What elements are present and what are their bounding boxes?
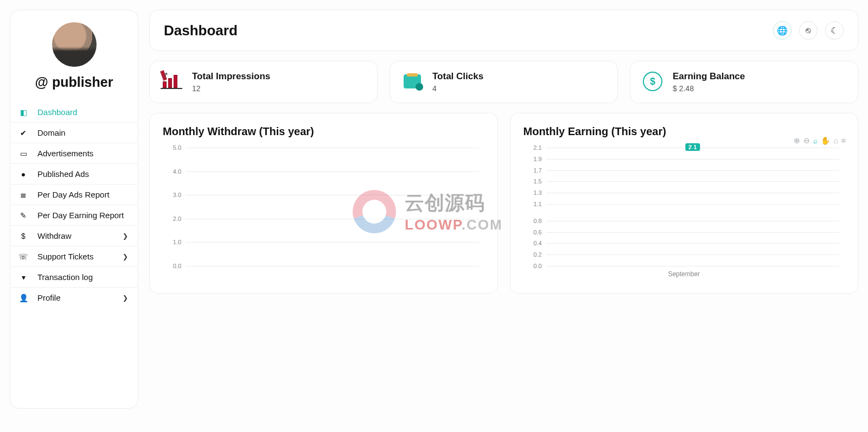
check-circle-icon: ✔ [18,129,29,137]
y-tick: 4.0 [163,168,183,175]
gridline [546,159,840,160]
sidebar: @ publisher ◧ Dashboard ✔ Domain ▭ Adver… [10,10,138,409]
page-header: Dashboard 🌐 ⎋ ☾ [149,10,858,51]
gridline [546,255,840,255]
logout-button[interactable]: ⎋ [799,21,818,40]
zoom-in-icon[interactable]: ⊕ [794,136,800,145]
chevron-right-icon: ❯ [123,253,128,261]
pan-icon[interactable]: ✋ [821,136,830,145]
list-icon: ≣ [18,190,29,199]
signature-icon: ✎ [18,211,29,220]
y-tick: 2.0 [163,215,183,222]
y-tick: 1.5 [524,178,544,185]
sidebar-item-label: Profile [37,293,114,302]
selection-zoom-icon[interactable]: ⌕ [813,136,818,145]
gridline [186,219,479,219]
chart-plot: 0.01.02.03.04.05.0 [186,148,479,266]
sidebar-item-withdraw[interactable]: $ Withdraw ❯ [10,226,138,246]
stat-value: $ 2.48 [673,84,745,93]
sidebar-item-label: Published Ads [37,169,128,179]
zoom-out-icon[interactable]: ⊖ [803,136,810,145]
sidebar-item-advertisements[interactable]: ▭ Advertisements [10,143,138,164]
circle-a-icon: ● [18,170,29,179]
chart-monthly-earning: Monthly Earning (This year) ⊕ ⊖ ⌕ ✋ ⌂ ≡ … [510,113,859,294]
profile-block: @ publisher [10,19,138,90]
sidebar-item-label: Per Day Earning Report [37,211,128,220]
language-button[interactable]: 🌐 [773,21,792,40]
gridline [186,266,479,266]
y-tick: 1.1 [524,201,544,207]
stat-value: 4 [432,84,483,93]
headset-icon: ☏ [18,252,29,261]
y-tick: 0.4 [524,240,544,246]
chevron-right-icon: ❯ [123,232,128,240]
x-axis-label: September [524,270,845,278]
gridline [186,242,479,243]
sidebar-item-transaction-log[interactable]: ▾ Transaction log [10,267,138,288]
y-tick: 0.6 [524,229,544,236]
gridline [546,193,840,193]
sidebar-item-label: Per Day Ads Report [37,190,128,199]
exit-icon: ⎋ [806,26,811,35]
reset-icon[interactable]: ⌂ [833,136,838,145]
stat-title: Total Impressions [192,71,270,82]
ad-icon: ▭ [18,149,29,158]
y-tick: 1.7 [524,167,544,174]
y-tick: 1.3 [524,189,544,196]
gridline [546,266,840,266]
main: Dashboard 🌐 ⎋ ☾ ↗ Total Impressions [149,10,858,409]
gridline [546,221,840,221]
gridline [186,171,479,172]
sidebar-item-support-tickets[interactable]: ☏ Support Tickets ❯ [10,246,138,267]
y-tick: 0.0 [163,263,183,269]
menu-icon[interactable]: ≡ [841,136,846,145]
stat-card-balance: $ Earning Balance $ 2.48 [630,61,858,103]
chart-toolbar: ⊕ ⊖ ⌕ ✋ ⌂ ≡ [794,136,846,145]
y-tick: 1.9 [524,156,544,162]
y-tick: 3.0 [163,192,183,198]
sidebar-item-published-ads[interactable]: ● Published Ads [10,164,138,185]
y-tick: 0.2 [524,251,544,258]
gridline [546,232,840,233]
sidebar-item-label: Support Tickets [37,252,114,261]
bar-chart-icon: ↗ [162,71,182,92]
y-tick: 0.8 [524,218,544,224]
sidebar-item-profile[interactable]: 👤 Profile ❯ [10,288,138,308]
username: @ publisher [35,74,113,90]
sidebar-item-label: Domain [37,128,128,137]
sidebar-item-label: Dashboard [37,107,128,117]
avatar[interactable] [52,22,97,67]
sidebar-item-label: Withdraw [37,231,114,240]
header-actions: 🌐 ⎋ ☾ [773,21,844,40]
y-tick: 5.0 [163,144,183,151]
dollar-icon: $ [18,232,29,240]
sidebar-item-domain[interactable]: ✔ Domain [10,123,138,143]
chart-plot: 0.00.20.40.60.81.11.31.51.71.92.1 2.1 [546,148,840,266]
theme-toggle-button[interactable]: ☾ [825,21,844,40]
sidebar-item-label: Advertisements [37,149,128,158]
sidebar-item-label: Transaction log [37,272,128,282]
gridline [546,181,840,182]
gridline [186,195,479,195]
stat-value: 12 [192,84,270,93]
chart-monthly-withdraw: Monthly Withdraw (This year) 0.01.02.03.… [149,113,498,294]
globe-icon: 🌐 [777,26,788,36]
moon-icon: ☾ [831,26,838,36]
gridline [546,170,840,171]
chevron-right-icon: ❯ [123,294,128,302]
dashboard-icon: ◧ [18,108,29,117]
sidebar-item-per-day-earning[interactable]: ✎ Per Day Earning Report [10,205,138,226]
gridline [546,204,840,205]
stat-title: Total Clicks [432,71,483,82]
stat-title: Earning Balance [673,71,745,82]
y-tick: 2.1 [524,144,544,151]
gridline [186,148,479,148]
dollar-circle-icon: $ [642,71,663,92]
gridline [546,243,840,244]
stat-card-clicks: Total Clicks 4 [390,61,618,103]
charts-row: Monthly Withdraw (This year) 0.01.02.03.… [149,113,858,294]
sidebar-item-dashboard[interactable]: ◧ Dashboard [10,102,138,123]
page-title: Dashboard [164,22,238,39]
stat-card-impressions: ↗ Total Impressions 12 [149,61,378,103]
sidebar-item-per-day-ads[interactable]: ≣ Per Day Ads Report [10,185,138,205]
